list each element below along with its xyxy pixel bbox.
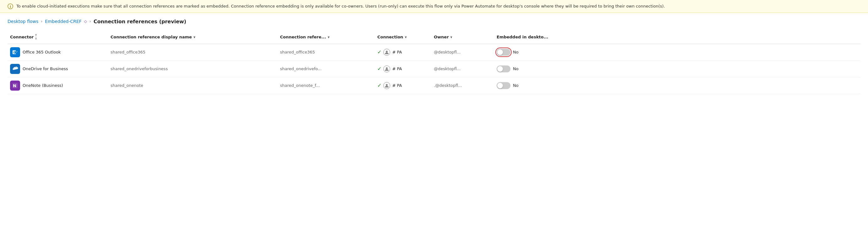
td-connector-0: O Office 365 Outlook: [7, 46, 108, 58]
breadcrumb-diamond: ◇: [84, 19, 87, 24]
svg-point-6: [386, 67, 388, 69]
breadcrumb-sep-1: ›: [41, 19, 42, 24]
td-owner-2: .@desktopfl...: [431, 82, 494, 89]
th-ref-display-name[interactable]: Connection reference display name ∨: [108, 33, 278, 41]
td-ref-display-0: shared_office365: [108, 49, 278, 56]
outlook-icon: O: [10, 47, 20, 57]
toggle-thumb-1: [497, 66, 503, 72]
td-connection-2: ✓ # PA: [375, 81, 431, 90]
embedded-toggle-1[interactable]: [497, 65, 510, 72]
onedrive-icon: [10, 64, 20, 74]
check-icon-2: ✓: [377, 82, 381, 88]
connector-name-0: Office 365 Outlook: [23, 50, 61, 54]
toggle-thumb-0: [497, 49, 503, 55]
embedded-label-1: No: [513, 67, 519, 71]
table-row: OneDrive for Business shared_onedrivefor…: [7, 61, 861, 77]
check-icon-0: ✓: [377, 49, 381, 55]
table-row: O Office 365 Outlook shared_office365 sh…: [7, 44, 861, 61]
embedded-label-2: No: [513, 83, 519, 88]
td-connection-0: ✓ # PA: [375, 48, 431, 57]
check-icon-1: ✓: [377, 66, 381, 72]
svg-text:i: i: [10, 5, 11, 9]
embedded-toggle-0[interactable]: [497, 49, 510, 56]
connection-text-1: @desktopfl...: [434, 67, 461, 71]
breadcrumb-flows[interactable]: Desktop flows: [7, 19, 38, 24]
td-embedded-1: No: [494, 64, 861, 74]
connector-name-2: OneNote (Business): [23, 83, 63, 88]
ref-name-text-2: shared_onenote_f...: [280, 83, 320, 88]
td-connection-1: ✓ # PA: [375, 64, 431, 74]
toggle-container-2: No: [497, 82, 519, 89]
avatar-1: [383, 65, 390, 72]
onenote-icon: N: [10, 81, 20, 90]
svg-text:N: N: [13, 83, 16, 88]
connector-name-1: OneDrive for Business: [23, 67, 68, 71]
owner-pa-1: # PA: [392, 67, 402, 71]
connection-text-2: .@desktopfl...: [434, 83, 462, 88]
td-ref-name-2: shared_onenote_f...: [278, 82, 375, 89]
th-ref-name-label: Connection refere...: [280, 35, 326, 39]
embedded-label-0: No: [513, 50, 519, 54]
th-embedded[interactable]: Embedded in deskto...: [494, 33, 861, 41]
td-connector-2: N OneNote (Business): [7, 79, 108, 92]
breadcrumb-sep-2: ›: [90, 19, 91, 24]
sort-up-icon: ↑: [35, 34, 37, 37]
page-title: Connection references (preview): [94, 19, 186, 25]
svg-point-5: [386, 51, 388, 53]
table-row: N OneNote (Business) shared_onenote shar…: [7, 77, 861, 94]
ref-display-text-1: shared_onedriveforbusiness: [111, 67, 167, 71]
owner-pa-0: # PA: [392, 50, 402, 54]
th-connector[interactable]: Connector ↑ ↓: [7, 33, 108, 41]
td-embedded-0: No: [494, 48, 861, 57]
ref-name-text-0: shared_office365: [280, 50, 315, 54]
embedded-toggle-2[interactable]: [497, 82, 510, 89]
td-connector-1: OneDrive for Business: [7, 62, 108, 75]
warning-text: To enable cloud-initiated executions mak…: [16, 3, 665, 9]
td-ref-name-1: shared_onedrivefo...: [278, 65, 375, 72]
td-embedded-2: No: [494, 81, 861, 90]
table-header: Connector ↑ ↓ Connection reference displ…: [7, 30, 861, 44]
th-connector-label: Connector: [10, 35, 34, 39]
th-owner-label: Owner: [434, 35, 449, 39]
table-container: Connector ↑ ↓ Connection reference displ…: [0, 28, 868, 94]
toggle-container-0: No: [497, 49, 519, 56]
connector-sort-icons: ↑ ↓: [35, 34, 37, 40]
owner-pa-2: # PA: [392, 83, 402, 88]
chevron-down-icon-2: ∨: [328, 35, 330, 39]
ref-name-text-1: shared_onedrivefo...: [280, 67, 322, 71]
td-ref-name-0: shared_office365: [278, 49, 375, 56]
breadcrumb-flow-name[interactable]: Embedded-CREF: [45, 19, 82, 24]
chevron-down-icon-4: ∨: [450, 35, 453, 39]
td-ref-display-1: shared_onedriveforbusiness: [108, 65, 278, 72]
connection-text-0: @desktopfl...: [434, 50, 461, 54]
td-owner-0: @desktopfl...: [431, 49, 494, 56]
breadcrumb: Desktop flows › Embedded-CREF ◇ › Connec…: [0, 13, 868, 28]
toggle-container-1: No: [497, 65, 519, 72]
info-icon: i: [7, 3, 13, 9]
td-ref-display-2: shared_onenote: [108, 82, 278, 89]
th-owner[interactable]: Owner ∨: [431, 33, 494, 41]
avatar-2: [383, 82, 390, 89]
th-connection[interactable]: Connection ∨: [375, 33, 431, 41]
svg-point-9: [386, 84, 388, 86]
chevron-down-icon-3: ∨: [404, 35, 407, 39]
th-embedded-label: Embedded in deskto...: [497, 35, 549, 39]
sort-down-icon: ↓: [35, 37, 37, 40]
ref-display-text-0: shared_office365: [111, 50, 145, 54]
ref-display-text-2: shared_onenote: [111, 83, 143, 88]
th-ref-name[interactable]: Connection refere... ∨: [278, 33, 375, 41]
avatar-0: [383, 49, 390, 56]
chevron-down-icon-1: ∨: [193, 35, 195, 39]
warning-banner: i To enable cloud-initiated executions m…: [0, 0, 868, 13]
td-owner-1: @desktopfl...: [431, 65, 494, 72]
toggle-thumb-2: [497, 83, 503, 88]
th-connection-label: Connection: [377, 35, 403, 39]
th-ref-display-label: Connection reference display name: [111, 35, 192, 39]
